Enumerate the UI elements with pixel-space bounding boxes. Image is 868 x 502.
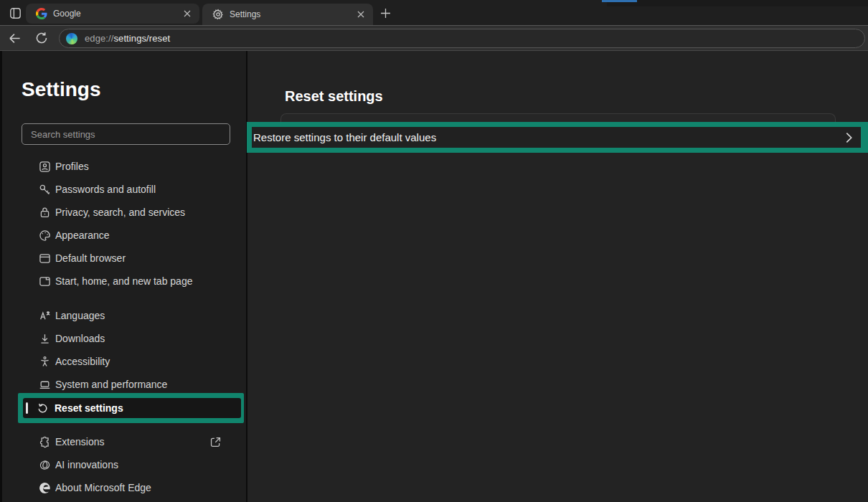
sidebar-item-downloads[interactable]: Downloads [2,327,248,350]
nav-group-gap [2,293,248,304]
sidebar-item-label: Downloads [55,333,105,344]
sidebar-item-profiles[interactable]: Profiles [2,155,248,178]
restore-settings-row-highlight: Restore settings to their default values [247,122,868,153]
sidebar-item-about-microsoft-edge[interactable]: About Microsoft Edge [2,476,248,499]
tab-strip: Google Settings [0,0,868,25]
key-icon [39,184,51,196]
tab-title: Settings [230,9,354,19]
back-icon[interactable] [4,28,24,48]
sidebar-item-label: Profiles [55,161,89,172]
sidebar-item-passwords-and-autofill[interactable]: Passwords and autofill [2,178,248,201]
tab-settings[interactable]: Settings [202,4,373,25]
palette-icon [39,229,51,242]
sidebar-item-selected[interactable]: Reset settings [23,398,241,418]
google-favicon [36,8,47,19]
refresh-icon[interactable] [32,28,52,48]
sidebar-item-label: Appearance [55,229,110,241]
reset-icon [37,402,49,415]
sidebar-item-languages[interactable]: Languages [2,304,248,327]
restore-settings-row[interactable]: Restore settings to their default values [252,127,861,148]
sidebar-item-accessibility[interactable]: Accessibility [2,350,248,373]
sidebar-item-ai-innovations[interactable]: AI innovations [2,453,248,476]
sidebar-item-start-home-and-new-tab-page[interactable]: Start, home, and new tab page [2,270,248,293]
lock-icon [39,207,51,219]
edge-favicon [66,33,77,44]
tab-close-icon[interactable] [354,8,367,21]
sidebar-item-extensions[interactable]: Extensions [2,430,248,453]
tab-workspaces-icon[interactable] [7,5,23,21]
url-text: edge://settings/reset [85,33,170,44]
tab-google[interactable]: Google [26,4,199,24]
external-link-icon [209,436,222,448]
browser-toolbar: edge://settings/reset [0,25,868,51]
search-settings-input[interactable] [22,129,230,140]
settings-page: Settings Profiles Passwords and autofill… [0,51,868,502]
gear-favicon [212,9,224,20]
sidebar-item-privacy-search-and-services[interactable]: Privacy, search, and services [2,201,248,224]
page-title: Settings [22,78,100,101]
browser-icon [39,252,51,265]
selected-indicator [26,402,28,414]
sidebar-item-appearance[interactable]: Appearance [2,224,248,247]
sidebar-item-label: Default browser [55,252,126,264]
restore-settings-label: Restore settings to their default values [253,131,436,143]
ai-icon [39,459,51,471]
sidebar-item-label: Reset settings [55,402,123,414]
sidebar-item-label: AI innovations [55,459,118,470]
sidebar-item-label: About Microsoft Edge [55,482,151,493]
edge-logo-icon [39,482,51,494]
system-icon [39,379,51,391]
newtab-page-icon [39,275,51,288]
sidebar-nav: Profiles Passwords and autofill Privacy,… [2,155,248,499]
browser-window: Google Settings [0,0,868,502]
sidebar-item-label: Accessibility [55,356,110,367]
settings-sidebar: Settings Profiles Passwords and autofill… [0,51,246,502]
search-settings-box[interactable] [22,123,230,145]
sidebar-item-label: Languages [55,310,105,321]
accessibility-icon [39,356,51,368]
section-heading: Reset settings [285,88,383,105]
chevron-right-icon [846,132,852,143]
url-path: settings/reset [113,33,170,44]
url-scheme: edge:// [85,33,113,44]
strip-shadow [607,0,868,6]
url-bar[interactable]: edge://settings/reset [59,29,865,48]
sidebar-item-label: Extensions [55,436,104,447]
download-icon [39,333,51,345]
new-tab-icon[interactable] [378,6,392,20]
profiles-icon [39,161,51,173]
tab-close-icon[interactable] [181,7,194,20]
tab-title: Google [53,9,181,19]
sidebar-item-label: Passwords and autofill [55,184,156,195]
sidebar-item-default-browser[interactable]: Default browser [2,247,248,270]
sidebar-item-label: Privacy, search, and services [55,207,185,218]
blue-accent-sliver [602,0,637,2]
languages-icon [39,310,51,322]
sidebar-item-label: Start, home, and new tab page [55,275,192,287]
reset-settings-highlight: Reset settings [18,393,244,423]
settings-main: Reset settings Restore settings to their… [247,51,868,502]
extensions-icon [39,436,51,448]
sidebar-item-label: System and performance [55,379,167,390]
